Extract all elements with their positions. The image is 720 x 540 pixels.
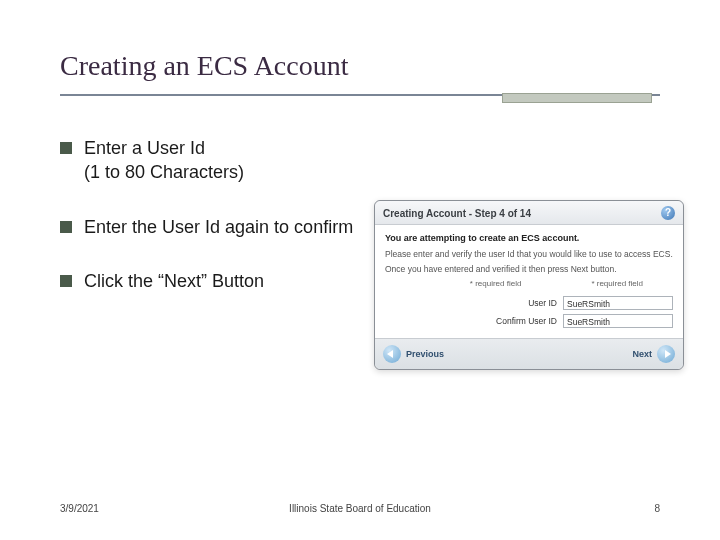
bullet-subtext: (1 to 80 Characters) [84,160,360,184]
bullet-item: Enter a User Id (1 to 80 Characters) [60,136,360,185]
modal-header: Creating Account - Step 4 of 14 ? [375,201,683,225]
title-rule [60,94,660,108]
modal-instruction-2: Once you have entered and verified it th… [385,264,673,275]
bullet-text: Click the “Next” Button [84,271,264,291]
confirm-user-id-row: Confirm User ID SueRSmith [385,314,673,328]
footer-org: Illinois State Board of Education [289,503,431,514]
help-icon[interactable]: ? [661,206,675,220]
required-hint: * required field [591,279,643,288]
square-bullet-icon [60,221,72,233]
previous-button[interactable]: Previous [383,345,444,363]
bullet-text: Enter a User Id [84,138,205,158]
confirm-user-id-field[interactable]: SueRSmith [563,314,673,328]
user-id-label: User ID [467,298,557,308]
bullet-text: Enter the User Id again to confirm [84,217,353,237]
modal-footer: Previous Next [375,338,683,369]
modal-title: Creating Account - Step 4 of 14 [383,208,531,219]
account-wizard-modal: Creating Account - Step 4 of 14 ? You ar… [374,200,684,370]
bullet-item: Enter the User Id again to confirm [60,215,360,239]
next-button[interactable]: Next [632,345,675,363]
square-bullet-icon [60,275,72,287]
arrow-right-icon [657,345,675,363]
modal-instruction-1: Please enter and verify the user Id that… [385,249,673,260]
footer-date: 3/9/2021 [60,503,99,514]
slide-footer: 3/9/2021 Illinois State Board of Educati… [60,503,660,514]
next-label: Next [632,349,652,359]
confirm-user-id-label: Confirm User ID [467,316,557,326]
square-bullet-icon [60,142,72,154]
slide-title: Creating an ECS Account [60,50,660,82]
bullet-list: Enter a User Id (1 to 80 Characters) Ent… [60,136,360,293]
user-id-field[interactable]: SueRSmith [563,296,673,310]
bullet-item: Click the “Next” Button [60,269,360,293]
required-hints: * required field * required field [385,279,673,288]
user-id-row: User ID SueRSmith [385,296,673,310]
required-hint: * required field [470,279,522,288]
footer-page: 8 [654,503,660,514]
previous-label: Previous [406,349,444,359]
modal-heading-text: You are attempting to create an ECS acco… [385,233,673,243]
arrow-left-icon [383,345,401,363]
modal-body: You are attempting to create an ECS acco… [375,225,683,338]
